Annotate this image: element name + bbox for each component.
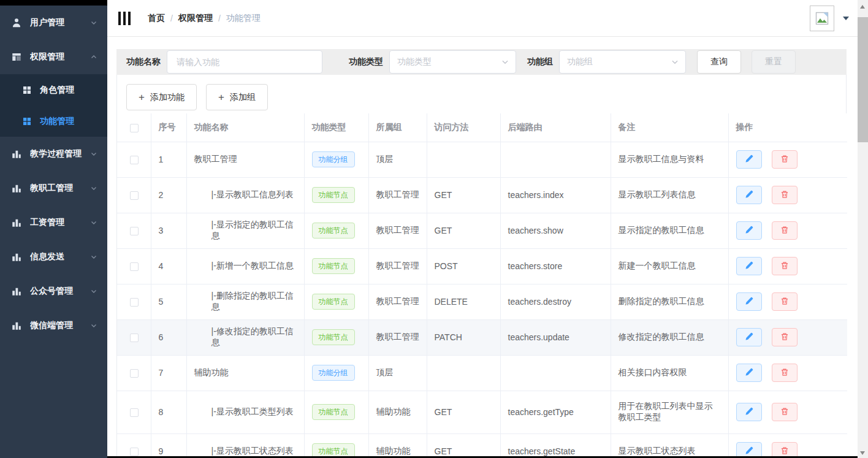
avatar[interactable] <box>810 6 834 31</box>
group-filter-select[interactable]: 功能组 <box>559 50 686 74</box>
delete-button[interactable] <box>772 150 798 169</box>
cell-name: |-删除指定的教职工信息 <box>186 284 304 319</box>
scroll-down-button[interactable] <box>860 451 865 455</box>
cell-type: 功能节点 <box>304 213 368 248</box>
table-layout-icon <box>11 52 22 63</box>
breadcrumb-home[interactable]: 首页 <box>148 13 165 24</box>
edit-button[interactable] <box>736 257 762 275</box>
delete-button[interactable] <box>772 186 798 204</box>
breadcrumb: 首页 / 权限管理 / 功能管理 <box>148 13 261 24</box>
table-row: 2|-显示教职工信息列表功能节点教职工管理GETteachers.index显示… <box>117 177 847 213</box>
cell-route: teachers.update <box>500 319 611 355</box>
sidebar-item-wechat-management[interactable]: 微信端管理 <box>0 308 107 343</box>
pencil-icon <box>745 297 753 307</box>
cell-checkbox <box>117 248 151 284</box>
row-checkbox[interactable] <box>130 191 139 200</box>
sidebar-item-teaching-process-management[interactable]: 教学过程管理 <box>0 137 107 171</box>
cell-no: 4 <box>151 248 186 284</box>
trash-icon <box>780 155 789 165</box>
edit-button[interactable] <box>736 328 762 346</box>
trash-icon <box>780 297 789 307</box>
type-filter-select[interactable]: 功能类型 <box>389 50 516 74</box>
bar-chart-icon <box>11 217 22 228</box>
row-checkbox[interactable] <box>130 369 139 378</box>
cell-checkbox <box>117 355 151 391</box>
sidebar-item-official-account-management[interactable]: 公众号管理 <box>0 274 107 308</box>
delete-button[interactable] <box>772 257 798 275</box>
cell-name: |-显示教职工信息列表 <box>186 177 304 213</box>
sidebar-item-label: 功能管理 <box>40 116 97 127</box>
trash-icon <box>780 226 789 236</box>
row-checkbox[interactable] <box>130 298 139 307</box>
column-header: 后端路由 <box>500 113 611 142</box>
function-node-tag: 功能节点 <box>312 329 355 345</box>
grid-icon <box>22 116 32 126</box>
table-row: 9|-显示教职工状态列表功能节点辅助功能GETteachers.getState… <box>117 433 847 458</box>
sidebar-item-role-management[interactable]: 角色管理 <box>0 74 107 105</box>
chevron-down-icon <box>501 58 509 66</box>
table-row: 5|-删除指定的教职工信息功能节点教职工管理DELETEteachers.des… <box>117 284 847 319</box>
pencil-icon <box>745 332 753 343</box>
function-node-tag: 功能节点 <box>312 294 355 310</box>
edit-button[interactable] <box>736 186 762 204</box>
column-header: 操作 <box>728 113 847 142</box>
row-checkbox[interactable] <box>130 408 139 417</box>
cell-route: teachers.index <box>500 177 611 213</box>
cell-route: teachers.store <box>500 248 611 284</box>
cell-route: teachers.getState <box>500 433 611 458</box>
add-function-label: 添加功能 <box>150 92 185 103</box>
cell-checkbox <box>117 213 151 248</box>
delete-button[interactable] <box>772 292 798 311</box>
plus-icon <box>139 92 145 102</box>
edit-button[interactable] <box>736 221 762 240</box>
cell-name: |-显示教职工状态列表 <box>186 433 304 458</box>
function-group-tag: 功能分组 <box>312 151 355 167</box>
dropdown-caret-icon[interactable] <box>843 17 849 20</box>
sidebar-item-message-sending[interactable]: 信息发送 <box>0 240 107 274</box>
submenu: 角色管理功能管理 <box>0 74 107 137</box>
breadcrumb-section[interactable]: 权限管理 <box>178 13 213 24</box>
search-button[interactable]: 查询 <box>697 50 741 74</box>
row-checkbox[interactable] <box>130 262 139 271</box>
row-checkbox[interactable] <box>130 334 139 342</box>
row-checkbox[interactable] <box>130 227 139 235</box>
hamburger-icon[interactable] <box>118 12 132 25</box>
name-filter-label: 功能名称 <box>126 56 161 67</box>
sidebar-item-label: 用户管理 <box>30 17 90 28</box>
cell-group: 教职工管理 <box>368 213 427 248</box>
sidebar-item-salary-management[interactable]: 工资管理 <box>0 205 107 240</box>
row-checkbox[interactable] <box>130 156 139 164</box>
delete-button[interactable] <box>772 403 798 421</box>
add-group-button[interactable]: 添加组 <box>206 84 268 110</box>
sidebar-item-staff-management[interactable]: 教职工管理 <box>0 171 107 205</box>
edit-button[interactable] <box>736 150 762 169</box>
cell-method <box>427 142 500 177</box>
edit-button[interactable] <box>736 403 762 421</box>
delete-button[interactable] <box>772 328 798 346</box>
sidebar-item-function-management[interactable]: 功能管理 <box>0 105 107 137</box>
cell-checkbox <box>117 391 151 433</box>
reset-button[interactable]: 重置 <box>752 50 796 74</box>
type-filter-label: 功能类型 <box>349 56 383 67</box>
cell-remark: 显示教职工列表信息 <box>611 177 728 213</box>
scroll-up-button[interactable] <box>860 5 865 9</box>
select-all-checkbox[interactable] <box>130 124 139 132</box>
scrollbar-thumb[interactable] <box>858 17 868 142</box>
add-function-button[interactable]: 添加功能 <box>126 84 197 110</box>
sidebar-item-permission-management[interactable]: 权限管理 <box>0 40 107 74</box>
row-checkbox[interactable] <box>130 448 139 456</box>
cell-type: 功能分组 <box>304 355 368 391</box>
sidebar-item-user-management[interactable]: 用户管理 <box>0 6 107 40</box>
delete-button[interactable] <box>772 221 798 240</box>
delete-button[interactable] <box>772 364 798 382</box>
pencil-icon <box>745 261 753 272</box>
cell-no: 7 <box>151 355 186 391</box>
name-filter-input[interactable] <box>167 50 322 74</box>
group-filter-placeholder: 功能组 <box>567 56 593 67</box>
edit-button[interactable] <box>736 292 762 311</box>
edit-button[interactable] <box>736 364 762 382</box>
column-header: 备注 <box>611 113 728 142</box>
sidebar-item-label: 角色管理 <box>40 85 97 96</box>
cell-method: POST <box>427 248 500 284</box>
trash-icon <box>780 332 789 343</box>
